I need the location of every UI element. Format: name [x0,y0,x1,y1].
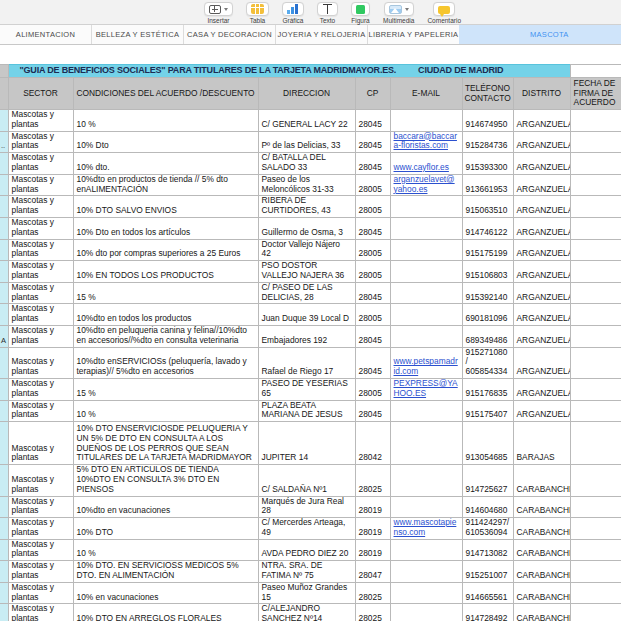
cell-email[interactable] [390,282,462,304]
cell-telefono[interactable]: 915175407 [462,400,513,422]
cell-direccion[interactable]: PLAZA BEATA MARIANA DE JESUS [258,400,355,422]
cell-direccion[interactable]: Rafael de Riego 17 [258,347,355,378]
cell-email[interactable] [390,561,462,583]
cell-cp[interactable]: 28045 [355,400,390,422]
cell-distrito[interactable]: ARGANZUELA [513,174,570,196]
cell-cp[interactable]: 28045 [355,217,390,239]
cell-direccion[interactable]: PSO DOSTOR VALLEJO NAJERA 36 [258,261,355,283]
cell-distrito[interactable]: ARGANZUELA [513,153,570,175]
cell-distrito[interactable]: CARABANCHEL [513,539,570,561]
cell-distrito[interactable]: ARGANZUELA [513,239,570,261]
cell-fecha[interactable] [570,400,621,422]
cell-cp[interactable]: 28045 [355,110,390,132]
cell-email[interactable]: PEXPRESS@YAHOO.ES [390,378,462,400]
cell-cp[interactable]: 28025 [355,582,390,604]
cell-edge[interactable] [0,304,8,326]
cell-direccion[interactable]: JUPITER 14 [258,422,355,465]
cell-cp[interactable]: 28005 [355,174,390,196]
cell-condiciones[interactable]: 10% DTO [73,518,258,540]
cell-edge[interactable] [0,174,8,196]
sheet-title-cell[interactable]: "GUÍA DE BENEFICIOS SOCIALES" PARA TITUL… [8,65,570,78]
insertar-button[interactable] [204,2,233,16]
cell-condiciones[interactable]: 10% en vacunaciones [73,582,258,604]
cell-fecha[interactable] [570,378,621,400]
cell-telefono[interactable]: 690181096 [462,304,513,326]
cell-distrito[interactable]: ARGANZUELA [513,400,570,422]
cell-fecha[interactable] [570,518,621,540]
cell-telefono[interactable]: 915271080/​605854334 [462,347,513,378]
cell-condiciones[interactable]: 10%dto en todos los productos [73,304,258,326]
cell-sector[interactable]: Mascotas y plantas [8,422,73,465]
cell-email[interactable] [390,325,462,347]
cell-email[interactable]: arganzuelavet@yahoo.es [390,174,462,196]
title-gap-cell[interactable] [570,65,621,78]
cell-sector[interactable]: Mascotas y plantas [8,400,73,422]
cell-cp[interactable]: 28019 [355,496,390,518]
cell-email[interactable] [390,196,462,218]
cell-sector[interactable]: Mascotas y plantas [8,261,73,283]
cell-direccion[interactable]: PASEO DE YESERIAS 65 [258,378,355,400]
cell-sector[interactable]: Mascotas y plantas [8,196,73,218]
cell-sector[interactable]: Mascotas y plantas [8,347,73,378]
cell-direccion[interactable]: C/ PASEO DE LAS DELICIAS, 28 [258,282,355,304]
cell-condiciones[interactable]: 10%dto en peluqueria canina y felina//10… [73,325,258,347]
cell-direccion[interactable]: Paseo Muñoz Grandes 15 [258,582,355,604]
tab-joyeria-y-relojeria[interactable]: JOYERIA Y RELOJERIA [275,25,367,44]
cell-edge[interactable] [0,582,8,604]
cell-distrito[interactable]: CARABANCHEL [513,561,570,583]
cell-edge[interactable] [0,153,8,175]
cell-direccion[interactable]: Pº de las Delicias, 33 [258,131,355,153]
cell-cp[interactable]: 28005 [355,239,390,261]
cell-condiciones[interactable]: 15 % [73,378,258,400]
cell-sector[interactable]: Mascotas y plantas [8,217,73,239]
tool-texto[interactable]: Texto [317,2,338,24]
cell-telefono[interactable]: 914713082 [462,539,513,561]
cell-sector[interactable]: Mascotas y plantas [8,153,73,175]
cell-edge[interactable] [0,422,8,465]
cell-email[interactable] [390,422,462,465]
cell-distrito[interactable]: ARGANZUELA [513,196,570,218]
cell-telefono[interactable]: 914728492 [462,604,513,621]
tab-alimentacion[interactable]: ALIMENTACION [0,25,91,44]
grafica-button[interactable] [282,2,304,16]
cell-fecha[interactable] [570,239,621,261]
cell-sector[interactable]: Mascotas y plantas [8,604,73,621]
cell-sector[interactable]: Mascotas y plantas [8,582,73,604]
cell-fecha[interactable] [570,174,621,196]
figura-button[interactable] [351,2,370,16]
cell-distrito[interactable]: ARGANZUELA [513,131,570,153]
column-header-distrito[interactable]: DISTRITO [513,78,570,110]
tab-belleza-y-estetica[interactable]: BELLEZA Y ESTÉTICA [91,25,183,44]
cell-telefono[interactable]: 914665561 [462,582,513,604]
cell-direccion[interactable]: C/ALEJANDRO SANCHEZ Nº14 [258,604,355,621]
cell-email[interactable] [390,604,462,621]
cell-sector[interactable]: Mascotas y plantas [8,518,73,540]
cell-distrito[interactable]: CARABANCHEL [513,604,570,621]
cell-sector[interactable]: Mascotas y plantas [8,561,73,583]
cell-direccion[interactable]: Doctor Vallejo Nájero 42 [258,239,355,261]
cell-distrito[interactable]: ARGANZUELA [513,347,570,378]
cell-edge[interactable] [0,282,8,304]
column-header-fecha[interactable]: FECHA DE FIRMA DE ACUERDO [570,78,621,110]
cell-fecha[interactable] [570,539,621,561]
edge-header-cell[interactable] [0,78,8,110]
cell-email[interactable]: www.petspamadrid.com [390,347,462,378]
cell-condiciones[interactable]: 10 % [73,539,258,561]
cell-sector[interactable]: Mascotas y plantas [8,304,73,326]
email-link[interactable]: arganzuelavet@yahoo.es [394,174,455,193]
cell-cp[interactable]: 28019 [355,539,390,561]
cell-edge[interactable] [0,539,8,561]
cell-edge[interactable] [0,110,8,132]
cell-sector[interactable]: Mascotas y plantas [8,110,73,132]
cell-distrito[interactable]: ARGANZUELA [513,110,570,132]
cell-edge[interactable] [0,217,8,239]
cell-condiciones[interactable]: 10% DTO SALVO ENVIOS [73,196,258,218]
cell-email[interactable] [390,400,462,422]
cell-email[interactable]: www.cayflor.es [390,153,462,175]
cell-email[interactable]: www.mascotapienso.com [390,518,462,540]
cell-edge[interactable] [0,518,8,540]
cell-direccion[interactable]: RIBERA DE CURTIDORES, 43 [258,196,355,218]
tab-libreria-y-papeleria[interactable]: LIBRERIA Y PAPELERIA [367,25,459,44]
cell-cp[interactable]: 28045 [355,325,390,347]
cell-email[interactable] [390,465,462,496]
